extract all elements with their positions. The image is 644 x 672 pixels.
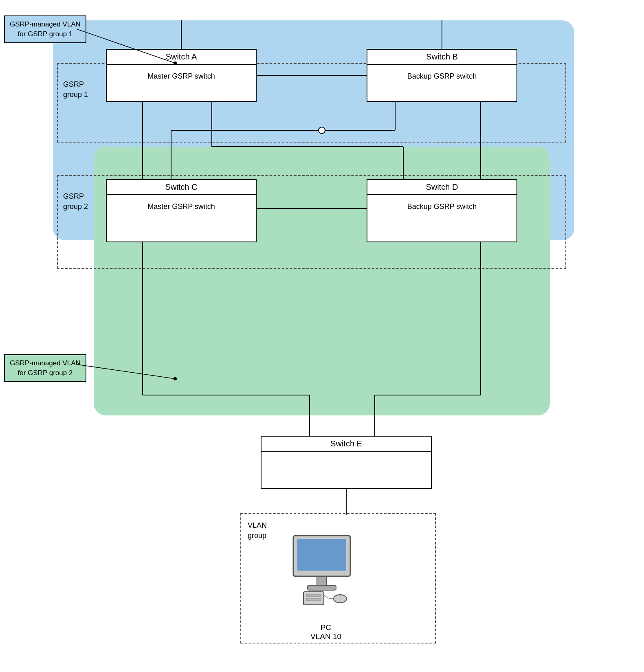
switch-c-body: Master GSRP switch — [107, 195, 256, 218]
vlan-label-group2-text: GSRP-managed VLANfor GSRP group 2 — [10, 359, 81, 377]
switch-b-title: Switch B — [367, 50, 517, 65]
gsrp-group1-label: GSRPgroup 1 — [63, 79, 88, 100]
switch-c: Switch C Master GSRP switch — [106, 179, 257, 242]
pc-name: PC — [293, 623, 358, 632]
switch-c-title: Switch C — [107, 180, 256, 195]
svg-rect-3 — [308, 585, 336, 590]
vlan-label-group2: GSRP-managed VLANfor GSRP group 2 — [4, 354, 86, 382]
switch-e: Switch E — [261, 436, 432, 489]
svg-rect-5 — [306, 594, 321, 597]
vlan-group-label: VLANgroup — [248, 520, 267, 541]
diagram-container: GSRPgroup 1 GSRPgroup 2 Switch A Master … — [0, 0, 644, 672]
vlan-label-group1: GSRP-managed VLANfor GSRP group 1 — [4, 15, 86, 43]
pc-label: PC VLAN 10 — [293, 623, 358, 641]
switch-d-body: Backup GSRP switch — [367, 195, 517, 218]
svg-rect-1 — [297, 539, 346, 571]
pc-vlan: VLAN 10 — [293, 632, 358, 641]
svg-rect-2 — [317, 576, 327, 585]
vlan-label-group1-text: GSRP-managed VLANfor GSRP group 1 — [10, 20, 81, 38]
switch-b-body: Backup GSRP switch — [367, 65, 517, 88]
gsrp-group2-label: GSRPgroup 2 — [63, 191, 88, 212]
svg-rect-6 — [306, 598, 321, 601]
switch-a: Switch A Master GSRP switch — [106, 49, 257, 102]
switch-a-title: Switch A — [107, 50, 256, 65]
switch-e-title: Switch E — [262, 437, 431, 452]
switch-d-title: Switch D — [367, 180, 517, 195]
switch-b: Switch B Backup GSRP switch — [367, 49, 517, 102]
switch-a-body: Master GSRP switch — [107, 65, 256, 88]
switch-d: Switch D Backup GSRP switch — [367, 179, 517, 242]
pc-icon — [281, 527, 363, 609]
